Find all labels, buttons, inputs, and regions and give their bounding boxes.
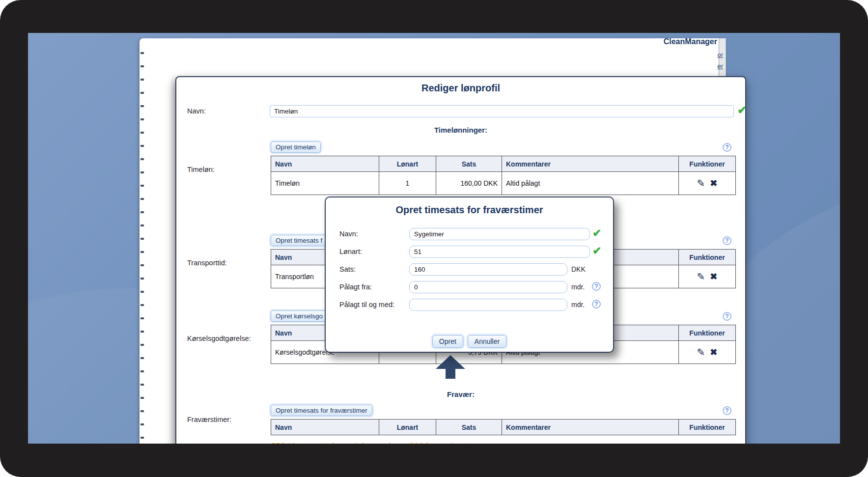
dkk-suffix: DKK: [571, 265, 586, 273]
mdr-suffix: mdr.: [571, 283, 585, 291]
fravaerstimer-label: Fraværstimer:: [187, 416, 231, 423]
col-funktioner: Funktioner: [679, 420, 736, 435]
table-header-row: Navn Lønart Sats Kommentarer Funktioner: [271, 420, 736, 435]
edit-icon[interactable]: ✎: [697, 177, 705, 189]
col-navn: Navn: [271, 156, 379, 172]
device-frame: CleanManager or er Rediger lønprofil Nav…: [0, 0, 868, 477]
popup-palagt-til-label: Pålagt til og med:: [339, 301, 394, 309]
clipped-text-fragments: [140, 52, 144, 441]
cell-kommentar: Altid pålagt: [502, 172, 679, 195]
help-icon[interactable]: ?: [723, 406, 731, 415]
help-icon[interactable]: ?: [723, 312, 731, 321]
mdr-suffix: mdr.: [571, 301, 585, 309]
help-icon[interactable]: ?: [723, 143, 731, 152]
col-kommentarer: Kommentarer: [502, 420, 679, 435]
cell-navn: Timeløn: [271, 172, 379, 195]
cell-funktioner: ✎ ✖: [679, 172, 736, 195]
col-lonart: Lønart: [379, 420, 436, 435]
pointer-up-arrow: [436, 355, 465, 379]
navn-label: Navn:: [187, 107, 206, 115]
popup-navn-label: Navn:: [339, 230, 358, 238]
cell-funktioner: ✎ ✖: [679, 341, 736, 364]
opret-timelon-button[interactable]: Opret timeløn: [271, 141, 321, 153]
popup-title: Opret timesats for fraværstimer: [326, 204, 613, 216]
valid-check-icon: ✔: [592, 245, 601, 257]
fravaer-heading: Fravær:: [176, 390, 745, 398]
timelon-table: Navn Lønart Sats Kommentarer Funktioner …: [271, 156, 736, 195]
delete-icon[interactable]: ✖: [710, 347, 717, 358]
popup-navn-input[interactable]: [409, 228, 590, 240]
korsel-label: Kørselsgodtgørelse:: [187, 335, 251, 342]
cell-sats: 160,00 DKK: [436, 172, 502, 195]
popup-lonart-input[interactable]: [409, 246, 590, 258]
transporttid-label: Transporttid:: [187, 259, 227, 267]
edit-icon[interactable]: ✎: [697, 271, 705, 282]
popup-palagt-til-input[interactable]: [409, 299, 567, 311]
delete-icon[interactable]: ✖: [710, 178, 717, 189]
cell-funktioner: ✎ ✖: [679, 265, 736, 288]
popup-action-row: Opret Annuller: [326, 335, 613, 348]
clipped-link-fragment[interactable]: or: [706, 51, 723, 58]
col-funktioner: Funktioner: [679, 250, 736, 265]
clipped-link-fragment[interactable]: er: [706, 62, 723, 70]
help-icon[interactable]: ?: [592, 300, 601, 309]
arrow-stem: [446, 369, 455, 379]
opret-timesats-popup: Opret timesats for fraværstimer Navn: ✔ …: [325, 196, 614, 353]
timelon-label: Timeløn:: [187, 166, 215, 173]
valid-check-icon: ✔: [592, 227, 601, 240]
col-funktioner: Funktioner: [679, 325, 736, 341]
dialog-title: Rediger lønprofil: [176, 83, 745, 94]
navn-input[interactable]: [270, 105, 734, 117]
popup-palagt-fra-label: Pålagt fra:: [339, 283, 372, 291]
col-sats: Sats: [436, 156, 502, 172]
popup-sats-label: Sats:: [339, 265, 356, 273]
cleanmanager-logo: CleanManager: [664, 37, 717, 46]
popup-palagt-fra-input[interactable]: [409, 281, 567, 293]
table-row: Timeløn 1 160,00 DKK Altid pålagt ✎ ✖: [271, 172, 736, 195]
col-lonart: Lønart: [379, 156, 436, 172]
popup-lonart-label: Lønart:: [339, 248, 362, 255]
col-kommentarer: Kommentarer: [502, 156, 679, 172]
cell-lonart: 1: [379, 172, 436, 195]
popup-annuller-button[interactable]: Annuller: [468, 335, 506, 348]
fravaerstimer-table: Navn Lønart Sats Kommentarer Funktioner: [271, 419, 736, 435]
popup-opret-button[interactable]: Opret: [432, 335, 463, 348]
table-header-row: Navn Lønart Sats Kommentarer Funktioner: [271, 156, 736, 172]
delete-icon[interactable]: ✖: [710, 271, 717, 282]
edit-icon[interactable]: ✎: [697, 346, 705, 358]
col-sats: Sats: [436, 420, 502, 435]
col-navn: Navn: [271, 420, 379, 435]
opret-timesats-fravaer-button[interactable]: Opret timesats for fraværstimer: [271, 405, 372, 416]
help-icon[interactable]: ?: [592, 282, 601, 291]
arrow-head: [436, 355, 465, 369]
col-funktioner: Funktioner: [679, 156, 736, 172]
timelonninger-heading: Timelønninger:: [176, 126, 745, 134]
popup-sats-input[interactable]: [409, 263, 567, 276]
obs-warning-text: OBS: Visse ansættelsesperioder mangler e…: [271, 442, 477, 444]
help-icon[interactable]: ?: [723, 236, 731, 245]
valid-check-icon: ✔: [737, 105, 747, 116]
desktop-background: CleanManager or er Rediger lønprofil Nav…: [28, 33, 840, 444]
